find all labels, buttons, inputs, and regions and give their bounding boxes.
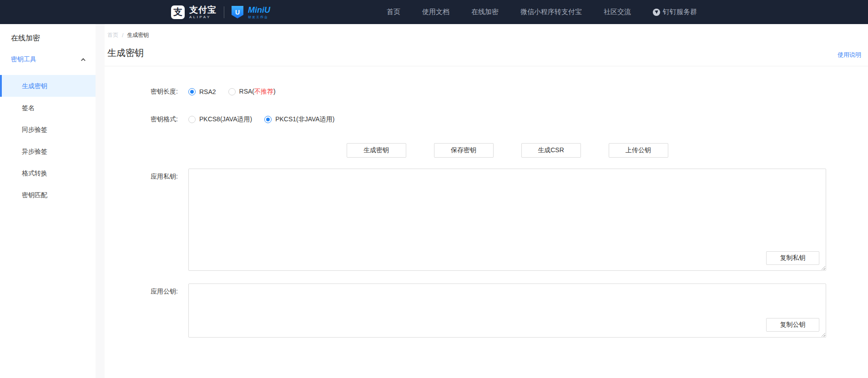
- radio-pkcs1[interactable]: PKCS1(非JAVA适用): [264, 115, 334, 124]
- nav-item-dingtalk-group[interactable]: 钉钉服务群: [653, 8, 697, 16]
- breadcrumb-separator: /: [122, 32, 123, 39]
- navbar-menu: 首页 使用文档 在线加密 微信小程序转支付宝 社区交流 钉钉服务群: [387, 8, 697, 16]
- sidebar-item-sign[interactable]: 签名: [0, 97, 96, 119]
- copy-private-key-button[interactable]: 复制私钥: [766, 251, 819, 265]
- sidebar-content-divider: [96, 24, 105, 378]
- private-key-label: 应用私钥:: [105, 169, 188, 181]
- dingtalk-wing-glyph: [655, 10, 658, 14]
- radio-unselected-icon: [228, 88, 236, 95]
- sidebar-item-format-convert[interactable]: 格式转换: [0, 162, 96, 184]
- brand-logo[interactable]: 支 支付宝 ALIPAY U MiniU 研发工作台: [171, 5, 270, 19]
- key-generation-form: 密钥长度: RSA2 RSA(不推荐) 密钥格式:: [105, 66, 868, 338]
- nav-item-community[interactable]: 社区交流: [604, 8, 631, 16]
- public-key-textarea[interactable]: [188, 284, 826, 338]
- key-format-label: 密钥格式:: [105, 115, 188, 124]
- public-key-row: 应用公钥: 复制公钥: [105, 284, 868, 338]
- sidebar-item-async-verify[interactable]: 异步验签: [0, 140, 96, 162]
- sidebar-item-sync-verify[interactable]: 同步验签: [0, 119, 96, 140]
- radio-selected-icon: [188, 88, 196, 95]
- miniu-wordmark: MiniU 研发工作台: [248, 6, 270, 19]
- usage-help-link[interactable]: 使用说明: [838, 51, 861, 59]
- breadcrumb-home[interactable]: 首页: [107, 31, 118, 39]
- sidebar-item-key-match[interactable]: 密钥匹配: [0, 184, 96, 206]
- nav-item-docs[interactable]: 使用文档: [422, 8, 449, 16]
- private-key-row: 应用私钥: 复制私钥: [105, 169, 868, 271]
- radio-selected-icon: [264, 116, 272, 123]
- sidebar-title: 在线加密: [11, 34, 96, 43]
- radio-rsa-label: RSA(不推荐): [239, 88, 276, 96]
- radio-rsa-warning: 不推荐: [254, 88, 273, 95]
- dingtalk-icon: [653, 9, 660, 16]
- key-length-row: 密钥长度: RSA2 RSA(不推荐): [105, 88, 868, 96]
- radio-pkcs1-label: PKCS1(非JAVA适用): [275, 115, 334, 124]
- sidebar-group-label: 密钥工具: [11, 55, 36, 64]
- main-content: 首页 / 生成密钥 生成密钥 使用说明 密钥长度: RSA2: [105, 24, 868, 378]
- top-navbar: 支 支付宝 ALIPAY U MiniU 研发工作台 首页 使用文档 在线加密 …: [0, 0, 868, 24]
- private-key-textarea[interactable]: [188, 169, 826, 271]
- key-format-row: 密钥格式: PKCS8(JAVA适用) PKCS1(非JAVA适用): [105, 115, 868, 124]
- radio-rsa2[interactable]: RSA2: [188, 88, 216, 95]
- private-key-field-wrap: 复制私钥: [188, 169, 826, 271]
- nav-item-wechat-to-alipay[interactable]: 微信小程序转支付宝: [520, 8, 582, 16]
- sidebar-item-list: 生成密钥 签名 同步验签 异步验签 格式转换 密钥匹配: [0, 75, 96, 206]
- public-key-field-wrap: 复制公钥: [188, 284, 826, 338]
- alipay-wordmark: 支付宝 ALIPAY: [189, 5, 217, 19]
- title-row: 生成密钥 使用说明: [107, 47, 861, 59]
- sidebar-group-key-tools[interactable]: 密钥工具: [0, 55, 96, 64]
- public-key-label: 应用公钥:: [105, 284, 188, 296]
- breadcrumb-current: 生成密钥: [127, 31, 149, 39]
- navbar-inner: 支 支付宝 ALIPAY U MiniU 研发工作台 首页 使用文档 在线加密 …: [171, 0, 697, 24]
- miniu-shield-icon: U: [232, 6, 243, 19]
- generate-key-button[interactable]: 生成密钥: [347, 143, 406, 158]
- page-header: 首页 / 生成密钥 生成密钥 使用说明: [105, 24, 868, 66]
- miniu-name-text: MiniU: [248, 6, 270, 14]
- radio-unselected-icon: [188, 116, 196, 123]
- radio-rsa-prefix: RSA(: [239, 88, 254, 95]
- breadcrumb: 首页 / 生成密钥: [107, 31, 861, 39]
- nav-item-online-encrypt[interactable]: 在线加密: [471, 8, 499, 16]
- sidebar-item-generate-key[interactable]: 生成密钥: [0, 75, 96, 97]
- key-format-options: PKCS8(JAVA适用) PKCS1(非JAVA适用): [188, 115, 334, 124]
- radio-pkcs8-label: PKCS8(JAVA适用): [199, 115, 252, 124]
- sidebar: 在线加密 密钥工具 生成密钥 签名 同步验签 异步验签 格式转换 密钥匹配: [0, 24, 96, 378]
- action-button-row: 生成密钥 保存密钥 生成CSR 上传公钥: [188, 143, 826, 158]
- generate-csr-button[interactable]: 生成CSR: [521, 143, 581, 158]
- chevron-up-icon: [81, 58, 86, 62]
- save-key-button[interactable]: 保存密钥: [434, 143, 494, 158]
- radio-rsa[interactable]: RSA(不推荐): [228, 88, 276, 96]
- key-length-options: RSA2 RSA(不推荐): [188, 88, 276, 96]
- copy-public-key-button[interactable]: 复制公钥: [766, 318, 819, 332]
- radio-pkcs8[interactable]: PKCS8(JAVA适用): [188, 115, 252, 124]
- nav-item-home[interactable]: 首页: [387, 8, 400, 16]
- key-length-label: 密钥长度:: [105, 88, 188, 96]
- logo-divider: [224, 6, 224, 18]
- radio-rsa-suffix: ): [273, 88, 276, 95]
- page-title: 生成密钥: [107, 47, 144, 59]
- alipay-en-text: ALIPAY: [189, 15, 217, 19]
- miniu-subtitle-text: 研发工作台: [248, 15, 270, 19]
- alipay-logo-icon: 支: [171, 5, 185, 19]
- radio-rsa2-label: RSA2: [199, 88, 216, 95]
- page-body: 在线加密 密钥工具 生成密钥 签名 同步验签 异步验签 格式转换 密钥匹配 首页…: [0, 24, 868, 378]
- nav-item-dingtalk-label: 钉钉服务群: [663, 8, 697, 16]
- alipay-cn-text: 支付宝: [189, 5, 217, 14]
- upload-public-key-button[interactable]: 上传公钥: [609, 143, 668, 158]
